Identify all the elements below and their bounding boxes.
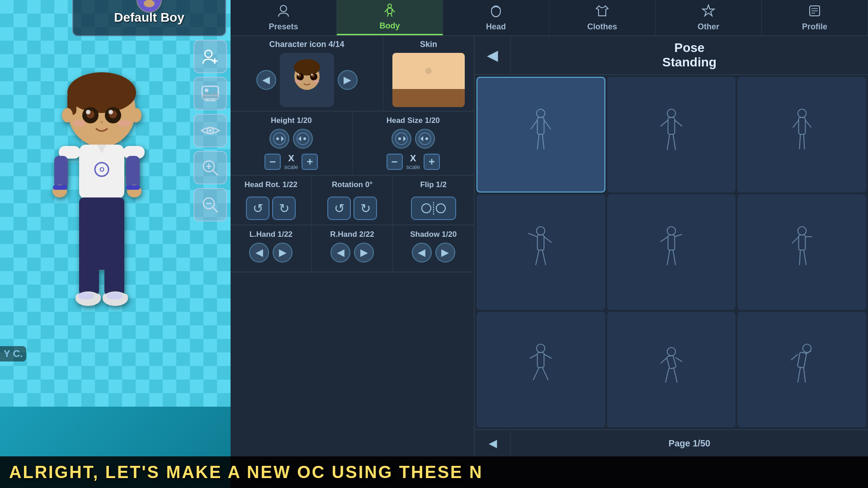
pose-page-prev[interactable]: ◀ (475, 430, 511, 456)
icon-next-button[interactable]: ▶ (338, 70, 358, 90)
pose-header: ◀ Pose Standing (475, 36, 868, 75)
svg-rect-138 (666, 355, 676, 369)
headsize-scale-plus[interactable]: + (424, 154, 440, 170)
shadow-label: Shadow 1/20 (410, 230, 457, 239)
skin-cell: Skin (383, 36, 474, 111)
skin-top (392, 53, 465, 89)
pose-item-6[interactable] (737, 194, 866, 310)
pose-item-1[interactable] (476, 77, 605, 192)
height-prev-button[interactable] (269, 129, 289, 149)
svg-text:O: O (99, 166, 104, 173)
svg-point-5 (67, 72, 136, 113)
svg-marker-65 (703, 5, 714, 16)
svg-rect-22 (54, 156, 68, 188)
tab-head[interactable]: Head (443, 0, 549, 35)
svg-point-137 (667, 347, 675, 356)
shadow-prev-button[interactable]: ◀ (412, 243, 432, 263)
headrot-label: Head Rot. 1/22 (245, 180, 297, 189)
tab-presets[interactable]: Presets (231, 0, 337, 35)
svg-line-121 (660, 237, 668, 242)
headsize-next-button[interactable] (415, 129, 435, 149)
tab-profile[interactable]: Profile (762, 0, 868, 35)
nav-tabs: Presets Body Hea (231, 0, 868, 36)
svg-line-53 (213, 170, 218, 175)
svg-rect-25 (126, 156, 140, 188)
add-character-button[interactable] (193, 40, 227, 73)
svg-line-142 (674, 368, 677, 382)
lhand-next-button[interactable]: ▶ (273, 243, 292, 263)
pose-title: Pose Standing (662, 41, 717, 70)
svg-point-14 (108, 110, 113, 114)
body-icon (383, 3, 396, 19)
tab-other[interactable]: Other (656, 0, 762, 35)
svg-rect-120 (668, 235, 675, 250)
svg-line-103 (660, 120, 668, 127)
svg-rect-59 (387, 8, 392, 14)
customization-panel: Character icon 4/14 ◀ (231, 36, 475, 456)
pose-item-2[interactable] (607, 77, 736, 192)
svg-point-95 (537, 109, 545, 117)
lhand-prev-button[interactable]: ◀ (249, 243, 269, 263)
shadow-next-button[interactable]: ▶ (435, 243, 455, 263)
headsize-arrows (392, 129, 435, 149)
svg-line-123 (667, 250, 670, 265)
height-scale-controls: − X scale + (264, 153, 318, 170)
pose-item-5[interactable] (607, 194, 736, 310)
svg-rect-126 (798, 235, 805, 250)
svg-point-81 (276, 137, 279, 140)
visibility-button[interactable] (193, 114, 227, 147)
tab-clothes[interactable]: Clothes (549, 0, 656, 35)
svg-line-135 (533, 367, 539, 380)
tab-body[interactable]: Body (337, 0, 443, 35)
headrot-cw-button[interactable]: ↻ (272, 197, 296, 220)
pose-item-7[interactable] (476, 312, 605, 427)
svg-point-92 (422, 204, 431, 213)
character-figure: O (23, 54, 181, 371)
profile-icon (808, 4, 821, 20)
headrot-ccw-button[interactable]: ↺ (246, 197, 269, 220)
svg-point-101 (667, 109, 675, 117)
svg-point-38 (205, 50, 212, 57)
headsize-scale-minus[interactable]: − (387, 154, 403, 170)
pose-item-8[interactable] (607, 312, 736, 427)
svg-point-87 (398, 137, 401, 140)
bottom-banner-text: ALRIGHT, LET'S MAKE A NEW OC USING THESE… (9, 463, 483, 482)
svg-point-113 (537, 227, 545, 235)
height-scale-label: X scale (284, 153, 298, 170)
flip-cell: Flip 1/2 (393, 176, 474, 225)
svg-point-131 (537, 344, 545, 352)
pose-item-4[interactable] (476, 194, 605, 310)
flip-button[interactable] (411, 197, 456, 220)
rotation-ccw-button[interactable]: ↺ (327, 197, 351, 220)
rotation-buttons: ↺ ↻ (327, 197, 377, 220)
icon-selector: ◀ (234, 53, 379, 107)
skin-dot (425, 68, 432, 74)
pose-item-9[interactable] (737, 312, 866, 427)
rotation-cw-button[interactable]: ↻ (354, 197, 377, 220)
svg-line-147 (797, 367, 800, 382)
rhand-prev-button[interactable]: ◀ (330, 243, 350, 263)
tab-profile-label: Profile (802, 22, 827, 32)
pose-item-3[interactable] (737, 77, 866, 192)
skin-bottom (392, 89, 465, 107)
svg-line-97 (531, 120, 538, 129)
svg-line-115 (528, 233, 538, 236)
headrot-cell: Head Rot. 1/22 ↺ ↻ (231, 176, 312, 225)
gallery-button[interactable] (193, 77, 227, 110)
headsize-prev-button[interactable] (392, 129, 411, 149)
zoom-in-button[interactable] (193, 151, 227, 184)
pose-prev-button[interactable]: ◀ (475, 36, 511, 74)
icon-prev-button[interactable]: ◀ (256, 70, 276, 90)
head-icon (489, 4, 503, 20)
skin-display[interactable] (392, 53, 465, 107)
svg-line-110 (805, 120, 811, 128)
height-scale-minus[interactable]: − (264, 154, 281, 170)
zoom-out-button[interactable] (193, 188, 227, 221)
rhand-next-button[interactable]: ▶ (354, 243, 374, 263)
height-next-button[interactable] (293, 129, 313, 149)
height-scale-plus[interactable]: + (302, 154, 318, 170)
height-arrows (269, 129, 313, 149)
svg-line-136 (542, 367, 548, 380)
skin-label: Skin (420, 40, 437, 49)
svg-line-141 (665, 368, 669, 382)
